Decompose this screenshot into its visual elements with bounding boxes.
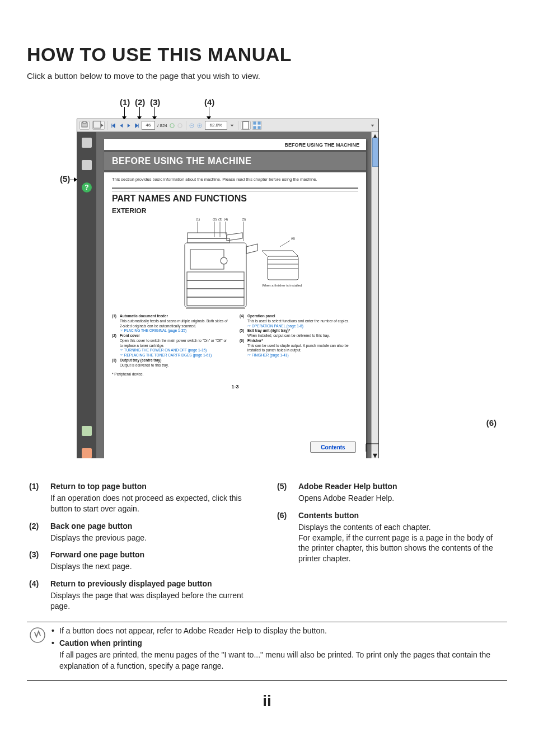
comments-icon[interactable] [82,448,92,458]
thumbnails-icon[interactable] [82,138,92,148]
svg-point-22 [221,257,227,264]
svg-rect-2 [93,121,101,129]
definition-body: Opens Adobe Reader Help. [298,493,397,504]
forward-one-page-button[interactable] [125,121,133,129]
callout-5-label: (5) [60,174,70,184]
definition-head: Back one page button [50,521,147,532]
callout-6-label: (6) [486,418,496,428]
svg-rect-12 [257,121,260,124]
toolbar-grid-icon[interactable] [252,121,262,130]
last-page-button[interactable] [133,121,140,129]
svg-point-3 [170,123,174,127]
zoom-level-input[interactable]: 62.8% [205,121,227,130]
chapter-banner: BEFORE USING THE MACHINE [104,150,366,172]
subsection-heading: EXTERIOR [104,205,366,216]
toolbar-divider [107,121,107,130]
fit-page-icon[interactable] [241,121,251,130]
definition-num: (3) [29,550,50,572]
definition-head: Return to top page button [50,481,257,492]
definitions: (1) Return to top page button If an oper… [27,478,507,618]
part-item: (3)Output tray (centre tray) Output is d… [112,358,231,368]
help-button[interactable]: ? [82,182,92,192]
page-title: HOW TO USE THIS MANUAL [27,44,507,65]
signatures-icon[interactable] [82,426,92,436]
note-block: •If a button does not appear, refer to A… [27,622,507,677]
diagram-label-5: (5) [242,218,246,221]
definition-head: Forward one page button [50,550,144,560]
svg-rect-24 [187,280,244,289]
note-rule-bottom [27,680,507,681]
toolbar-overflow-icon[interactable] [368,121,376,129]
part-item: (4)Operation panel This is used to selec… [240,314,358,328]
vertical-scrollbar[interactable]: ▴ ▾ [371,132,378,458]
next-view-button[interactable] [176,121,184,129]
back-one-page-button[interactable] [117,121,125,129]
definition-head: Adobe Reader Help button [298,481,397,492]
zoom-out-button[interactable] [188,121,196,129]
running-head: BEFORE USING THE MACHINE [104,139,366,148]
leader-line [139,107,140,117]
svg-rect-21 [185,243,246,307]
definition-num: (1) [29,481,50,514]
reader-body: ? ▴ ▾ BEFORE USING THE MACHINE BEFORE [77,132,378,458]
bookmarks-icon[interactable] [82,160,92,170]
diagram-label-1: (1) [196,218,200,221]
definition-item: (4) Return to previously displayed page … [29,579,257,612]
leader-line-6 [327,426,378,458]
page-total-label: / 824 [157,123,167,128]
diagram-label-3: (3) [218,218,222,221]
svg-rect-14 [257,126,260,129]
exterior-diagram: (1) (2) (3) (4) (5) (6) [104,216,366,314]
print-icon[interactable] [79,121,90,130]
reader-screenshot: (1) (2) (3) (4) (5) (6) [65,97,469,461]
definition-head: Contents button [298,510,505,521]
callout-2-label: (2) [135,97,145,107]
definition-head: Return to previously displayed page butt… [50,579,257,589]
toolbar-combo[interactable] [92,121,105,130]
zoom-in-button[interactable] [196,121,204,129]
document-area: ▴ ▾ BEFORE USING THE MACHINE BEFORE USIN… [96,132,378,458]
part-item: (5)Exit tray unit (right tray)* When ins… [240,328,358,339]
reader-window: 46 / 824 62.8% ? [77,119,379,458]
manual-page: HOW TO USE THIS MANUAL Click a button be… [0,0,534,732]
chapter-banner-text: BEFORE USING THE MACHINE [104,156,251,166]
definition-body: Displays the page that was displayed bef… [50,590,257,612]
parts-list: (1)Automatic document feeder This automa… [104,314,366,368]
page-number-input[interactable]: 46 [142,121,155,130]
callout-1-label: (1) [120,97,130,107]
first-page-button[interactable] [109,121,117,129]
definition-item: (2) Back one page button Displays the pr… [29,521,257,543]
diagram-label-4: (4) [224,218,228,221]
inner-page-number: 1-3 [104,384,366,389]
part-item: (6)Finisher* This can be used to staple … [240,339,358,358]
svg-rect-13 [253,126,256,129]
definition-item: (1) Return to top page button If an oper… [29,481,257,514]
scroll-thumb[interactable] [372,138,378,167]
definition-body: Displays the contents of each chapter. F… [298,522,505,565]
svg-rect-10 [242,121,249,129]
callout-3-label: (3) [150,97,160,107]
zoom-dropdown[interactable] [228,121,236,129]
callout-4-label: (4) [204,97,214,107]
section-heading: PART NAMES AND FUNCTIONS [104,192,366,205]
svg-point-4 [178,123,182,127]
definition-item: (6) Contents button Displays the content… [277,510,505,564]
note-caution-body: If all pages are printed, the menu pages… [51,650,505,672]
diagram-label-2: (2) [213,218,217,221]
pdf-page: BEFORE USING THE MACHINE BEFORE USING TH… [104,139,366,458]
note-caution-head: Caution when printing [59,638,142,649]
svg-rect-11 [253,121,256,124]
definition-body: Displays the next page. [50,561,144,572]
peripheral-note: * Peripheral device. [104,368,366,381]
finisher-caption-text: When a finisher is installed [262,284,302,287]
section-rule [112,187,358,191]
leader-line [209,107,209,117]
page-roman-numeral: ii [27,692,507,710]
svg-rect-1 [83,121,86,123]
definition-num: (2) [29,521,50,543]
reader-nav-pane: ? [77,132,96,458]
svg-rect-23 [187,272,244,280]
reader-toolbar: 46 / 824 62.8% [77,119,378,132]
part-item: (1)Automatic document feeder This automa… [112,314,231,334]
prev-view-button[interactable] [168,121,176,129]
